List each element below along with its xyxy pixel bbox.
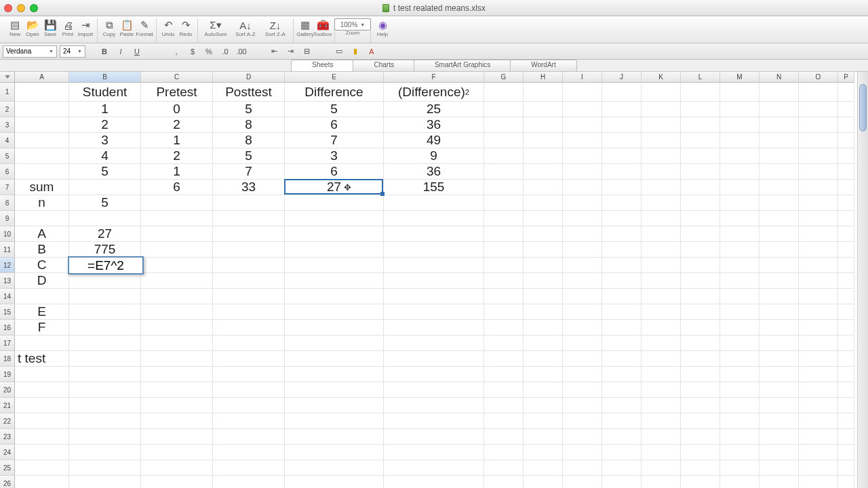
cell-H8[interactable]	[524, 195, 563, 211]
cell-H19[interactable]	[524, 367, 563, 382]
cell-F20[interactable]	[384, 382, 484, 398]
cell-A6[interactable]	[15, 164, 69, 180]
cell-O7[interactable]	[799, 180, 838, 195]
cell-D9[interactable]	[213, 211, 285, 226]
cell-G17[interactable]	[484, 336, 524, 351]
cell-L2[interactable]	[681, 102, 720, 117]
cell-J24[interactable]	[602, 445, 642, 460]
cell-P16[interactable]	[838, 320, 854, 336]
cell-C17[interactable]	[141, 336, 213, 351]
cell-O23[interactable]	[799, 429, 838, 445]
column-header-L[interactable]: L	[681, 72, 720, 83]
cell-E17[interactable]	[285, 336, 384, 351]
select-all-corner[interactable]	[0, 72, 15, 83]
cell-C2[interactable]: 0	[141, 102, 213, 117]
cell-N22[interactable]	[760, 413, 799, 429]
row-header-9[interactable]: 9	[0, 211, 15, 226]
cell-D7[interactable]: 33	[213, 180, 285, 195]
decrease-decimal-button[interactable]: .0	[218, 45, 232, 58]
cell-J17[interactable]	[602, 336, 642, 351]
cell-C12[interactable]	[141, 258, 213, 273]
cell-E14[interactable]	[285, 289, 384, 304]
cell-J6[interactable]	[602, 164, 642, 180]
cell-G26[interactable]	[484, 476, 524, 488]
cell-L22[interactable]	[681, 413, 720, 429]
cell-F17[interactable]	[384, 336, 484, 351]
cell-D16[interactable]	[213, 320, 285, 336]
cell-B23[interactable]	[69, 429, 141, 445]
cell-P21[interactable]	[838, 398, 854, 413]
cell-K24[interactable]	[642, 445, 681, 460]
cell-E8[interactable]	[285, 195, 384, 211]
copy-button[interactable]: ⧉Copy	[100, 18, 118, 43]
cell-N10[interactable]	[760, 226, 799, 242]
cell-O14[interactable]	[799, 289, 838, 304]
cell-P17[interactable]	[838, 336, 854, 351]
cell-J1[interactable]	[602, 83, 642, 102]
cell-N24[interactable]	[760, 445, 799, 460]
cell-I13[interactable]	[563, 273, 602, 289]
cell-B20[interactable]	[69, 382, 141, 398]
cell-F5[interactable]: 9	[384, 148, 484, 164]
cell-G11[interactable]	[484, 242, 524, 258]
cell-P22[interactable]	[838, 413, 854, 429]
row-header-23[interactable]: 23	[0, 429, 15, 445]
cell-M22[interactable]	[720, 413, 760, 429]
cell-E5[interactable]: 3	[285, 148, 384, 164]
cell-D17[interactable]	[213, 336, 285, 351]
cell-B10[interactable]: 27	[69, 226, 141, 242]
cell-K11[interactable]	[642, 242, 681, 258]
cell-A17[interactable]	[15, 336, 69, 351]
cell-M13[interactable]	[720, 273, 760, 289]
cell-I5[interactable]	[563, 148, 602, 164]
column-header-K[interactable]: K	[642, 72, 681, 83]
cell-I3[interactable]	[563, 117, 602, 133]
cell-L6[interactable]	[681, 164, 720, 180]
cell-I25[interactable]	[563, 460, 602, 476]
cell-E12[interactable]	[285, 258, 384, 273]
cell-F10[interactable]	[384, 226, 484, 242]
cell-E20[interactable]	[285, 382, 384, 398]
cell-N9[interactable]	[760, 211, 799, 226]
cell-I11[interactable]	[563, 242, 602, 258]
cell-P19[interactable]	[838, 367, 854, 382]
cell-O12[interactable]	[799, 258, 838, 273]
cell-D21[interactable]	[213, 398, 285, 413]
cell-P5[interactable]	[838, 148, 854, 164]
cell-M17[interactable]	[720, 336, 760, 351]
cell-A14[interactable]	[15, 289, 69, 304]
row-header-17[interactable]: 17	[0, 336, 15, 351]
cell-C11[interactable]	[141, 242, 213, 258]
cell-G14[interactable]	[484, 289, 524, 304]
cell-F3[interactable]: 36	[384, 117, 484, 133]
cell-I8[interactable]	[563, 195, 602, 211]
cell-I24[interactable]	[563, 445, 602, 460]
tab-sheets[interactable]: Sheets	[291, 60, 354, 71]
cell-B9[interactable]	[69, 211, 141, 226]
cell-K15[interactable]	[642, 304, 681, 320]
column-header-C[interactable]: C	[141, 72, 213, 83]
cell-L4[interactable]	[681, 133, 720, 148]
cell-E6[interactable]: 6	[285, 164, 384, 180]
cell-P24[interactable]	[838, 445, 854, 460]
cell-A21[interactable]	[15, 398, 69, 413]
cell-D10[interactable]	[213, 226, 285, 242]
cell-A11[interactable]: B	[15, 242, 69, 258]
cell-J18[interactable]	[602, 351, 642, 367]
cell-D24[interactable]	[213, 445, 285, 460]
cell-I4[interactable]	[563, 133, 602, 148]
cell-K26[interactable]	[642, 476, 681, 488]
tab-smartart[interactable]: SmartArt Graphics	[414, 60, 511, 71]
cell-N12[interactable]	[760, 258, 799, 273]
tab-wordart[interactable]: WordArt	[510, 60, 577, 71]
cell-H26[interactable]	[524, 476, 563, 488]
cell-A16[interactable]: F	[15, 320, 69, 336]
cell-O22[interactable]	[799, 413, 838, 429]
cell-G13[interactable]	[484, 273, 524, 289]
row-header-10[interactable]: 10	[0, 226, 15, 242]
cell-A3[interactable]	[15, 117, 69, 133]
cell-B14[interactable]	[69, 289, 141, 304]
format-button[interactable]: ✎Format	[136, 18, 153, 43]
cell-F6[interactable]: 36	[384, 164, 484, 180]
cell-N11[interactable]	[760, 242, 799, 258]
